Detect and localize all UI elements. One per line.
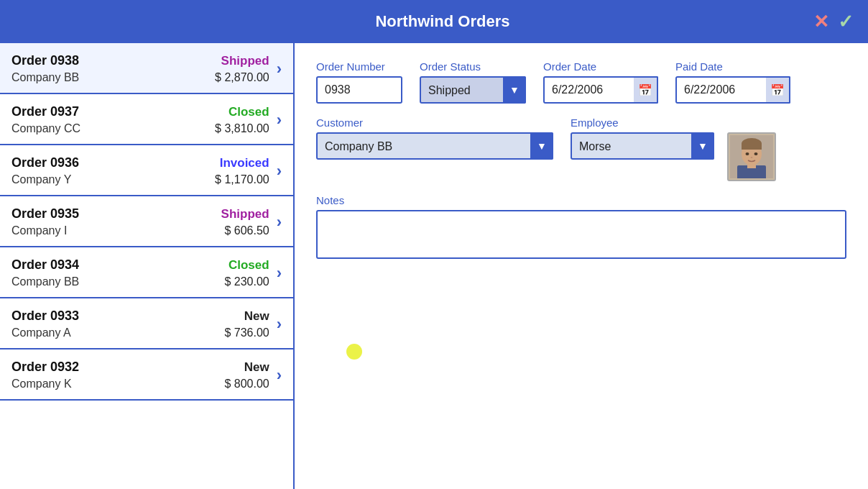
detail-panel: Order Number Order Status NewInvoicedShi… [295, 43, 868, 489]
order-list-item[interactable]: Order 0933 New Company A $ 736.00 › [0, 298, 293, 349]
order-number-group: Order Number [316, 60, 402, 104]
order-item-id: Order 0938 [11, 53, 79, 68]
paid-date-calendar-icon[interactable]: 📅 [766, 76, 790, 104]
order-list-item[interactable]: Order 0932 New Company K $ 800.00 › [0, 349, 293, 401]
paid-date-group: Paid Date 📅 [675, 60, 790, 104]
customer-select-wrapper: Company ACompany BBCompany CCCompany ICo… [316, 132, 553, 160]
order-item-id: Order 0936 [11, 155, 79, 170]
order-item-id: Order 0937 [11, 104, 79, 119]
employee-photo [727, 132, 776, 181]
order-item-amount: $ 2,870.00 [215, 71, 269, 84]
notes-input[interactable] [316, 210, 846, 259]
order-chevron-icon: › [277, 60, 282, 78]
order-date-calendar-icon[interactable]: 📅 [634, 76, 658, 104]
order-item-company: Company BB [11, 71, 79, 84]
order-chevron-icon: › [277, 366, 282, 385]
order-chevron-icon: › [277, 213, 282, 232]
order-item-amount: $ 3,810.00 [215, 122, 269, 135]
customer-select[interactable]: Company ACompany BBCompany CCCompany ICo… [316, 132, 553, 160]
order-item-company: Company I [11, 224, 67, 237]
order-item-amount: $ 606.50 [224, 224, 269, 237]
main-content: Order 0938 Shipped Company BB $ 2,870.00… [0, 43, 868, 489]
title-bar-actions: ✕ ✓ [813, 12, 854, 31]
order-item-status: Shipped [221, 54, 269, 68]
customer-group: Customer Company ACompany BBCompany CCCo… [316, 116, 553, 160]
order-item-status: Invoiced [220, 156, 269, 170]
order-status-select-wrapper: NewInvoicedShippedClosed ▼ [420, 76, 526, 104]
form-row-middle: Customer Company ACompany BBCompany CCCo… [316, 116, 846, 181]
paid-date-label: Paid Date [675, 60, 790, 73]
order-list: Order 0938 Shipped Company BB $ 2,870.00… [0, 43, 295, 489]
paid-date-wrapper: 📅 [675, 76, 790, 104]
svg-point-7 [754, 152, 758, 155]
order-item-info: Order 0936 Invoiced Company Y $ 1,170.00 [11, 155, 269, 186]
svg-rect-5 [742, 144, 762, 150]
order-status-label: Order Status [420, 60, 526, 73]
employee-group: Employee MorseSmithJones ▼ [571, 116, 776, 181]
employee-select-wrapper: MorseSmithJones ▼ [571, 132, 714, 160]
order-item-info: Order 0937 Closed Company CC $ 3,810.00 [11, 104, 269, 135]
form-row-top: Order Number Order Status NewInvoicedShi… [316, 60, 846, 104]
title-bar: Northwind Orders ✕ ✓ [0, 0, 868, 43]
order-chevron-icon: › [277, 264, 282, 283]
order-item-id: Order 0932 [11, 360, 79, 375]
order-item-id: Order 0935 [11, 206, 79, 221]
form-row-notes: Notes [316, 194, 846, 259]
order-item-amount: $ 1,170.00 [215, 173, 269, 186]
order-list-item[interactable]: Order 0938 Shipped Company BB $ 2,870.00… [0, 43, 293, 94]
order-chevron-icon: › [277, 111, 282, 129]
order-status-group: Order Status NewInvoicedShippedClosed ▼ [420, 60, 526, 104]
detail-body [316, 272, 846, 475]
notes-label: Notes [316, 194, 846, 206]
order-list-item[interactable]: Order 0937 Closed Company CC $ 3,810.00 … [0, 94, 293, 145]
order-item-status: New [244, 360, 269, 375]
close-button[interactable]: ✕ [813, 12, 829, 31]
notes-group: Notes [316, 194, 846, 259]
employee-label: Employee [571, 116, 776, 129]
customer-label: Customer [316, 116, 553, 129]
order-item-status: New [244, 309, 269, 324]
order-date-wrapper: 📅 [543, 76, 658, 104]
order-chevron-icon: › [277, 315, 282, 334]
order-item-info: Order 0935 Shipped Company I $ 606.50 [11, 206, 269, 237]
order-list-item[interactable]: Order 0935 Shipped Company I $ 606.50 › [0, 196, 293, 247]
order-date-group: Order Date 📅 [543, 60, 658, 104]
order-item-amount: $ 800.00 [224, 378, 269, 390]
order-item-amount: $ 230.00 [224, 275, 269, 288]
app-title: Northwind Orders [72, 12, 813, 31]
svg-point-6 [746, 152, 749, 155]
order-item-info: Order 0932 New Company K $ 800.00 [11, 360, 269, 390]
order-date-label: Order Date [543, 60, 658, 73]
order-number-label: Order Number [316, 60, 402, 73]
cursor-indicator [346, 344, 362, 360]
app-window: Northwind Orders ✕ ✓ Order 0938 Shipped … [0, 0, 868, 489]
order-item-company: Company CC [11, 122, 80, 135]
order-item-status: Closed [228, 258, 269, 273]
confirm-button[interactable]: ✓ [838, 12, 854, 31]
svg-point-8 [751, 157, 753, 158]
order-item-info: Order 0938 Shipped Company BB $ 2,870.00 [11, 53, 269, 84]
order-number-input[interactable] [316, 76, 402, 104]
order-item-company: Company A [11, 326, 71, 339]
order-list-item[interactable]: Order 0934 Closed Company BB $ 230.00 › [0, 247, 293, 298]
order-item-company: Company Y [11, 173, 71, 186]
order-item-company: Company BB [11, 275, 79, 288]
order-item-status: Closed [228, 105, 269, 119]
order-chevron-icon: › [277, 162, 282, 180]
order-item-id: Order 0934 [11, 257, 79, 273]
order-item-status: Shipped [221, 207, 269, 221]
order-item-info: Order 0933 New Company A $ 736.00 [11, 309, 269, 339]
order-item-id: Order 0933 [11, 309, 79, 324]
order-item-amount: $ 736.00 [224, 326, 269, 339]
order-item-company: Company K [11, 378, 72, 390]
order-list-item[interactable]: Order 0936 Invoiced Company Y $ 1,170.00… [0, 145, 293, 196]
order-status-select[interactable]: NewInvoicedShippedClosed [420, 76, 526, 104]
employee-select[interactable]: MorseSmithJones [571, 132, 714, 160]
order-item-info: Order 0934 Closed Company BB $ 230.00 [11, 257, 269, 288]
